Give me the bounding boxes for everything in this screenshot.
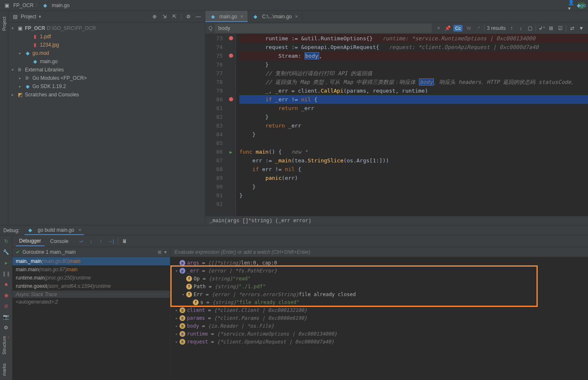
words-toggle[interactable]: W [465, 25, 472, 32]
var-err-err-s[interactable]: fs = {string} "file already closed" [174, 298, 585, 306]
evaluate-input[interactable]: Evaluate expression (Enter) or add a wat… [170, 247, 588, 257]
expand-all-icon[interactable]: ⇲ [161, 13, 168, 20]
var-request[interactable]: ▸≡request = {*client.OpenApiRequest | 0x… [174, 338, 585, 346]
chevron-down-icon[interactable]: ▾ [12, 26, 17, 30]
breadcrumb-root[interactable]: FP_OCR [13, 2, 34, 8]
code-line[interactable]: } [239, 130, 588, 139]
tree-external-libs[interactable]: ▾ ⊪ External Libraries [8, 66, 205, 74]
locate-icon[interactable]: ⊕ [151, 13, 158, 20]
code-body[interactable]: runtime := &util.RuntimeOptions{} runtim… [236, 34, 588, 216]
chevron-right-icon[interactable]: ▸ [19, 84, 24, 88]
code-line[interactable]: return _err [239, 104, 588, 113]
var-err-op[interactable]: fOp = {string} "read" [174, 275, 585, 282]
hide-icon[interactable]: — [195, 13, 202, 20]
gear-icon[interactable]: ⚙ [185, 13, 192, 20]
stack-frame[interactable]: main._main (main.go:80) main [12, 257, 170, 265]
tree-file-gomod[interactable]: ▸ ◆ go.mod [8, 49, 205, 57]
sidebar-tab-structure[interactable]: Structure [1, 333, 7, 357]
mute-breakpoints-icon[interactable]: ⊘ [3, 303, 10, 309]
code-line[interactable]: runtime := &util.RuntimeOptions{} runtim… [239, 34, 588, 43]
step-out-icon[interactable]: ↑ [98, 238, 104, 245]
var-runtime[interactable]: ▸≡runtime = {*service.RuntimeOptions | 0… [174, 330, 585, 338]
var-params[interactable]: ▸≡params = {*client.Params | 0xc0000e619… [174, 314, 585, 322]
stack-frame[interactable]: runtime.goexit (asm_amd64.s:1594) runtim… [12, 282, 170, 290]
breadcrumb-file[interactable]: main.go [52, 2, 70, 8]
close-icon[interactable]: × [241, 14, 244, 20]
close-icon[interactable]: × [79, 227, 81, 233]
var-err-path[interactable]: fPath = {string} "./1.pdf" [174, 282, 585, 290]
run-gutter-icon[interactable]: ▶ [229, 150, 232, 155]
camera-icon[interactable]: 📷 [3, 314, 10, 320]
sidebar-tab-project[interactable]: Project [1, 14, 7, 33]
tree-go-modules[interactable]: ▸ ⊪ Go Modules <FP_OCR> [8, 74, 205, 82]
step-into-icon[interactable]: ↓ [88, 238, 94, 245]
breakpoint-icon[interactable] [229, 97, 233, 101]
select-all-icon[interactable]: ▢ [526, 25, 533, 32]
var-client[interactable]: ▸≡client = {*client.Client | 0xc00013210… [174, 306, 585, 314]
code-line[interactable]: if err != nil { [239, 165, 588, 174]
tree-scratches[interactable]: ▸ ◩ Scratches and Consoles [8, 91, 205, 99]
settings-icon[interactable]: 🔧 [3, 249, 10, 255]
search-input[interactable] [215, 24, 432, 33]
dropdown-icon[interactable]: ▾ [164, 249, 167, 255]
tree-file-maingo[interactable]: ◆ main.go [8, 57, 205, 66]
chevron-down-icon[interactable]: ▾ [12, 68, 17, 72]
tree-file-pdf[interactable]: ▮ 1.pdf [8, 32, 205, 41]
list-icon[interactable]: ≣ [157, 249, 162, 255]
chevron-right-icon[interactable]: ▸ [19, 51, 24, 55]
view-breakpoints-icon[interactable]: ◉ [3, 292, 10, 299]
var-err-err[interactable]: ▾fErr = {error | *errors.errorString} fi… [174, 290, 585, 298]
tree-go-sdk[interactable]: ▸ ◆ Go SDK 1.19.2 [8, 82, 205, 91]
code-line[interactable]: // 复制代码运行请自行打印 API 的返回值 [239, 69, 588, 78]
next-match-icon[interactable]: ↓ [517, 25, 524, 32]
code-editor[interactable]: 7374757677787980818283848586878889909192… [205, 34, 588, 216]
stack-frame[interactable]: main.main (main.go:87) main [12, 265, 170, 274]
breadcrumb[interactable]: ▣ FP_OCR 〉 ◆ main.go [3, 2, 69, 9]
breakpoint-icon[interactable] [229, 36, 233, 40]
sidebar-tab-bookmarks[interactable]: marks [1, 361, 7, 378]
code-line[interactable]: } [239, 191, 588, 200]
code-line[interactable]: panic(err) [239, 174, 588, 182]
tree-file-image[interactable]: ▮ 1234.jpg [8, 41, 205, 49]
select-occurrences-icon[interactable]: ☑ [557, 25, 563, 32]
code-line[interactable]: } [239, 60, 588, 69]
var-err[interactable]: ▾p_err = {error | *fs.PathError} [174, 267, 585, 275]
code-line[interactable]: if _err != nil { [239, 95, 588, 104]
code-line[interactable]: request := &openapi.OpenApiRequest{ requ… [239, 43, 588, 51]
regex-toggle[interactable]: .* [475, 25, 481, 32]
pin-search-icon[interactable]: 📌 [444, 25, 451, 32]
add-selection-icon[interactable]: ⊞ [548, 25, 554, 32]
breakpoint-icon[interactable] [229, 54, 233, 58]
run-to-cursor-icon[interactable]: →| [108, 238, 114, 245]
rerun-icon[interactable]: ↻ [3, 238, 10, 245]
clear-search-icon[interactable]: × [435, 25, 442, 32]
chevron-right-icon[interactable]: ▸ [12, 93, 17, 97]
tab-main-go-2[interactable]: ◆ C:\...\main.go × [248, 11, 303, 22]
prev-match-icon[interactable]: ↑ [508, 25, 515, 32]
close-icon[interactable]: × [295, 14, 298, 20]
match-case-toggle[interactable]: Cc [453, 25, 462, 32]
code-line[interactable] [239, 200, 588, 208]
search-settings-icon[interactable]: ⇄ [569, 25, 576, 32]
tab-debugger[interactable]: Debugger [16, 236, 44, 246]
step-over-icon[interactable]: ⤻ [78, 238, 84, 245]
code-line[interactable] [239, 139, 588, 147]
code-line[interactable]: } [239, 113, 588, 121]
goroutine-selector[interactable]: ✔ Goroutine 1 main._main ≣ ▾ [12, 247, 170, 257]
collapse-all-icon[interactable]: ⇱ [171, 13, 178, 20]
new-line-icon[interactable]: ↲⁺ [539, 25, 545, 32]
code-line[interactable]: _, _err = client.CallApi(params, request… [239, 86, 588, 95]
evaluate-icon[interactable]: 🖩 [121, 238, 128, 245]
chevron-right-icon[interactable]: ▸ [19, 76, 24, 80]
tab-main-go[interactable]: ◆ main.go × [205, 11, 248, 22]
stack-frame[interactable]: runtime.main (proc.go:250) runtime [12, 274, 170, 282]
gutter-icons[interactable]: ▶ [226, 34, 236, 216]
code-line[interactable]: Stream: body, [239, 51, 588, 60]
tab-console[interactable]: Console [47, 237, 72, 246]
filter-icon[interactable]: ▼ [578, 25, 585, 32]
async-entry[interactable]: <autogenerated>:2 [12, 298, 170, 306]
var-body[interactable]: ▸≡body = {io.Reader | *os.File} [174, 322, 585, 330]
code-line[interactable]: err := _main(tea.StringSlice(os.Args[1:]… [239, 156, 588, 165]
stop-icon[interactable]: ■ [3, 281, 10, 288]
pause-icon[interactable]: ❚❚ [3, 270, 10, 277]
